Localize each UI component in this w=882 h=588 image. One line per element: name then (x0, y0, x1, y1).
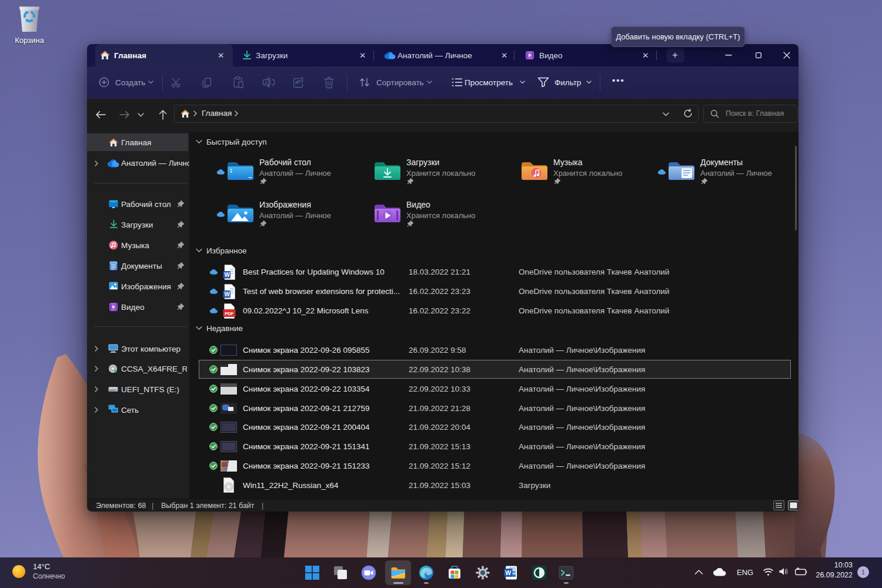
svg-text:W: W (505, 569, 511, 576)
svg-text:A: A (265, 80, 268, 85)
